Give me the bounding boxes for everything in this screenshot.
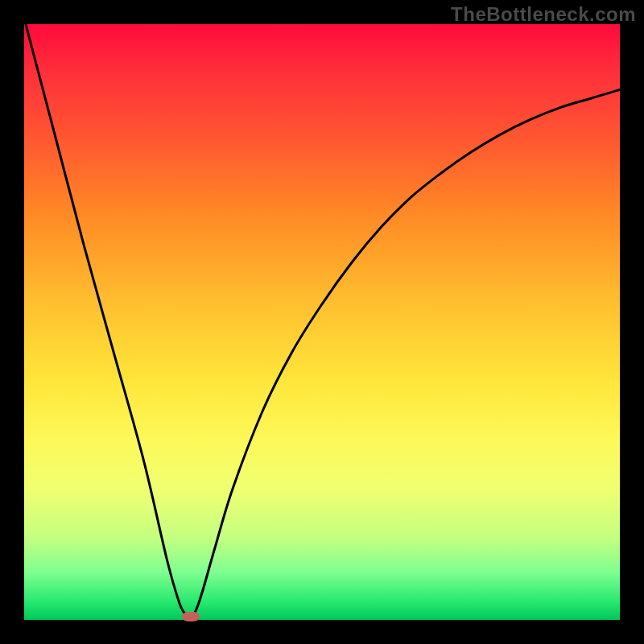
curve-right-branch (191, 89, 620, 620)
optimum-marker (182, 612, 200, 621)
chart-area (24, 24, 620, 620)
watermark-text: TheBottleneck.com (451, 3, 636, 26)
bottleneck-curve (24, 24, 620, 620)
curve-left-branch (24, 24, 191, 620)
